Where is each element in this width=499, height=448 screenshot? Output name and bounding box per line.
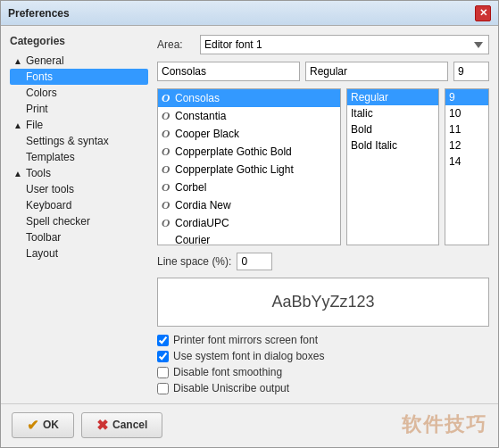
sidebar-item-label-file: File [26,119,43,131]
close-button[interactable]: ✕ [475,5,491,21]
checkbox-disable_smoothing[interactable] [157,367,169,378]
tree-arrow-file: ▲ [13,120,22,130]
area-label: Area: [157,38,193,51]
font-name-label: Consolas [175,92,220,104]
font-type-icon: O [162,127,172,141]
preferences-window: Preferences ✕ Categories ▲ GeneralFontsC… [0,0,499,448]
cancel-button[interactable]: ✖ Cancel [81,412,162,438]
sidebar-item-keyboard[interactable]: Keyboard [10,197,148,213]
sidebar-item-fonts[interactable]: Fonts [10,69,148,85]
font-type-icon: O [162,216,172,230]
watermark: 软件技巧 [402,411,487,438]
line-space-input[interactable] [237,253,272,270]
sidebar-item-label-print: Print [26,103,48,115]
font-name-label: Cooper Black [175,128,239,140]
title-bar: Preferences ✕ [1,1,498,26]
line-space-row: Line space (%): [157,253,489,270]
bottom-bar: ✔ OK ✖ Cancel 软件技巧 [1,403,498,447]
sidebar-item-label-spellchecker: Spell checker [26,215,90,228]
checkbox-disable_uniscribe[interactable] [157,383,169,394]
sidebar-item-spellchecker[interactable]: Spell checker [10,213,148,229]
font-list-item[interactable]: OCorbel [158,178,340,196]
right-panel: Area: Editor font 1Editor font 2Print fo… [157,35,489,394]
font-type-icon: O [162,162,172,177]
style-list-item[interactable]: Bold Italic [347,137,438,153]
font-list-item[interactable]: OCooper Black [158,125,340,143]
size-list-item[interactable]: 10 [445,105,488,121]
font-list-item[interactable]: OCopperplate Gothic Bold [158,143,340,161]
lists-row: OConsolasOConstantiaOCooper BlackOCopper… [157,88,489,245]
sidebar-item-colors[interactable]: Colors [10,85,148,101]
sidebar-item-toolbar[interactable]: Toolbar [10,229,148,245]
size-list-item[interactable]: 14 [445,153,488,170]
sidebar-item-label-usertools: User tools [26,183,74,195]
font-list[interactable]: OConsolasOConstantiaOCooper BlackOCopper… [158,89,340,245]
left-panel: Categories ▲ GeneralFontsColorsPrint▲ Fi… [10,35,148,394]
font-type-icon: O [162,180,172,195]
font-name-label: Corbel [175,181,206,194]
area-select[interactable]: Editor font 1Editor font 2Print font [200,35,489,54]
sidebar-item-tools[interactable]: ▲ Tools [10,165,148,181]
checkbox-label-system_font: Use system font in dialog boxes [173,350,324,362]
sidebar-item-print[interactable]: Print [10,101,148,117]
size-list-item[interactable]: 11 [445,121,488,137]
tree-arrow-general: ▲ [13,56,22,66]
font-list-item[interactable]: OCordia New [158,196,340,214]
font-list-item[interactable]: OCordiaUPC [158,214,340,232]
checkbox-row-disable_smoothing[interactable]: Disable font smoothing [157,366,489,378]
size-list[interactable]: 910111214 [445,89,488,245]
size-input[interactable] [453,62,489,81]
cancel-label: Cancel [112,419,147,431]
sidebar-item-file[interactable]: ▲ File [10,117,148,133]
sidebar-item-layout[interactable]: Layout [10,245,148,261]
font-type-icon: O [162,91,172,105]
font-preview: AaBbYyZz123 [157,278,489,327]
font-list-item[interactable]: OConsolas [158,89,340,107]
style-list-container: RegularItalicBoldBold Italic [346,88,439,245]
area-row: Area: Editor font 1Editor font 2Print fo… [157,35,489,54]
font-list-container: OConsolasOConstantiaOCooper BlackOCopper… [157,88,341,245]
checkbox-printer_font[interactable] [157,335,169,346]
preview-text: AaBbYyZz123 [271,293,374,311]
ok-icon: ✔ [27,417,38,434]
category-tree: ▲ GeneralFontsColorsPrint▲ FileSettings … [10,53,148,261]
checkbox-label-disable_smoothing: Disable font smoothing [173,366,282,378]
size-list-item[interactable]: 9 [445,89,488,105]
font-list-item[interactable]: Courier [158,232,340,245]
checkbox-row-printer_font[interactable]: Printer font mirrors screen font [157,334,489,346]
sidebar-item-label-keyboard: Keyboard [26,199,71,212]
font-name-label: CordiaUPC [175,217,229,229]
font-input[interactable] [157,62,300,81]
sidebar-item-settings[interactable]: Settings & syntax [10,133,148,149]
font-name-label: Copperplate Gothic Bold [175,145,292,158]
style-list-item[interactable]: Italic [347,105,438,121]
font-list-item[interactable]: OCopperplate Gothic Light [158,161,340,178]
font-name-label: Courier [175,234,210,245]
checkbox-row-system_font[interactable]: Use system font in dialog boxes [157,350,489,362]
sidebar-item-label-toolbar: Toolbar [26,231,61,244]
ok-button[interactable]: ✔ OK [12,412,74,438]
sidebar-item-label-settings: Settings & syntax [26,135,109,147]
sidebar-item-label-layout: Layout [26,247,58,260]
style-list[interactable]: RegularItalicBoldBold Italic [347,89,438,245]
font-list-item[interactable]: OConstantia [158,107,340,125]
font-type-icon: O [162,198,172,212]
size-list-item[interactable]: 12 [445,137,488,153]
sidebar-item-usertools[interactable]: User tools [10,181,148,197]
sidebar-item-general[interactable]: ▲ General [10,53,148,69]
style-list-item[interactable]: Bold [347,121,438,137]
style-list-item[interactable]: Regular [347,89,438,105]
font-name-label: Copperplate Gothic Light [175,163,294,176]
font-type-icon: O [162,109,172,123]
tree-arrow-tools: ▲ [13,169,22,178]
cancel-icon: ✖ [96,417,108,434]
sidebar-item-templates[interactable]: Templates [10,149,148,165]
sidebar-item-label-fonts: Fonts [26,71,53,83]
checkbox-row-disable_uniscribe[interactable]: Disable Uniscribe output [157,382,489,394]
ok-label: OK [43,419,59,431]
font-name-label: Cordia New [175,199,231,212]
font-name-label: Constantia [175,110,226,122]
bottom-buttons: ✔ OK ✖ Cancel [12,412,162,438]
checkbox-system_font[interactable] [157,351,169,362]
style-input[interactable] [305,62,448,81]
